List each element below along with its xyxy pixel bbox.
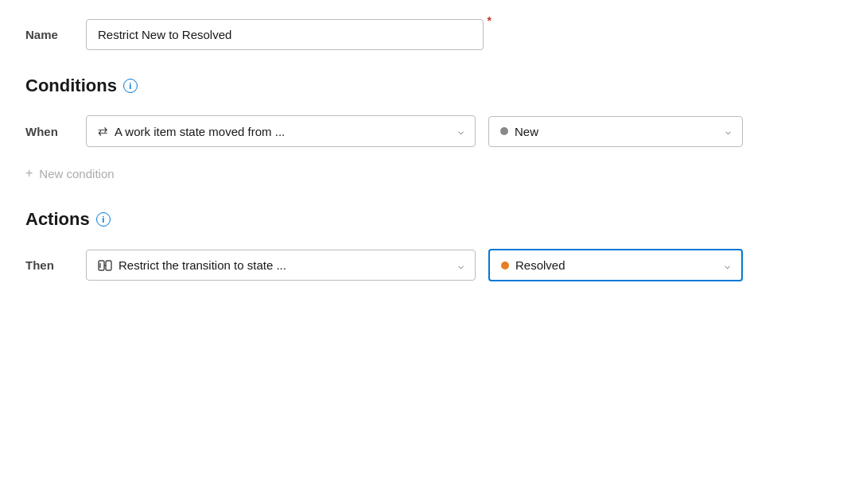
when-condition-text: A work item state moved from ... bbox=[115, 125, 285, 138]
when-state-text: New bbox=[515, 125, 538, 138]
then-action-chevron: ⌵ bbox=[458, 260, 464, 271]
conditions-title: Conditions bbox=[25, 76, 117, 96]
name-label: Name bbox=[25, 28, 73, 41]
then-action-dropdown[interactable]: Restrict the transition to state ... ⌵ bbox=[86, 250, 476, 281]
actions-info-icon[interactable]: i bbox=[96, 212, 111, 227]
when-state-content: New bbox=[500, 125, 538, 138]
then-action-content: Restrict the transition to state ... bbox=[98, 258, 286, 272]
actions-section: Actions i Then Restrict the transition t… bbox=[25, 209, 826, 281]
when-condition-chevron: ⌵ bbox=[458, 126, 464, 137]
new-condition-button[interactable]: + New condition bbox=[25, 163, 826, 184]
plus-icon: + bbox=[25, 166, 33, 180]
new-condition-label: New condition bbox=[39, 167, 114, 180]
required-star: * bbox=[488, 14, 492, 27]
svg-rect-1 bbox=[106, 261, 111, 270]
when-state-chevron: ⌵ bbox=[725, 126, 731, 137]
name-input-wrapper: * bbox=[86, 19, 484, 50]
then-row: Then Restrict the transition to state ..… bbox=[25, 249, 826, 281]
name-input[interactable] bbox=[86, 19, 484, 50]
name-row: Name * bbox=[25, 19, 826, 50]
then-state-text: Resolved bbox=[515, 258, 565, 272]
when-row: When ⇄ A work item state moved from ... … bbox=[25, 115, 826, 147]
then-label: Then bbox=[25, 258, 73, 272]
actions-heading: Actions i bbox=[25, 209, 826, 230]
when-condition-content: ⇄ A work item state moved from ... bbox=[98, 124, 285, 138]
conditions-heading: Conditions i bbox=[25, 76, 826, 96]
resolved-state-dot bbox=[501, 262, 509, 269]
then-state-chevron: ⌵ bbox=[725, 260, 730, 271]
conditions-info-icon[interactable]: i bbox=[123, 79, 138, 93]
actions-title: Actions bbox=[25, 209, 90, 230]
when-label: When bbox=[25, 125, 73, 138]
then-state-dropdown[interactable]: Resolved ⌵ bbox=[488, 249, 743, 281]
then-state-content: Resolved bbox=[501, 258, 565, 272]
svg-rect-0 bbox=[99, 261, 104, 270]
then-action-text: Restrict the transition to state ... bbox=[119, 258, 286, 272]
when-state-dropdown[interactable]: New ⌵ bbox=[488, 116, 743, 147]
new-state-dot bbox=[500, 127, 508, 135]
when-condition-dropdown[interactable]: ⇄ A work item state moved from ... ⌵ bbox=[86, 115, 476, 147]
restrict-icon bbox=[98, 260, 112, 271]
swap-icon: ⇄ bbox=[98, 124, 108, 138]
